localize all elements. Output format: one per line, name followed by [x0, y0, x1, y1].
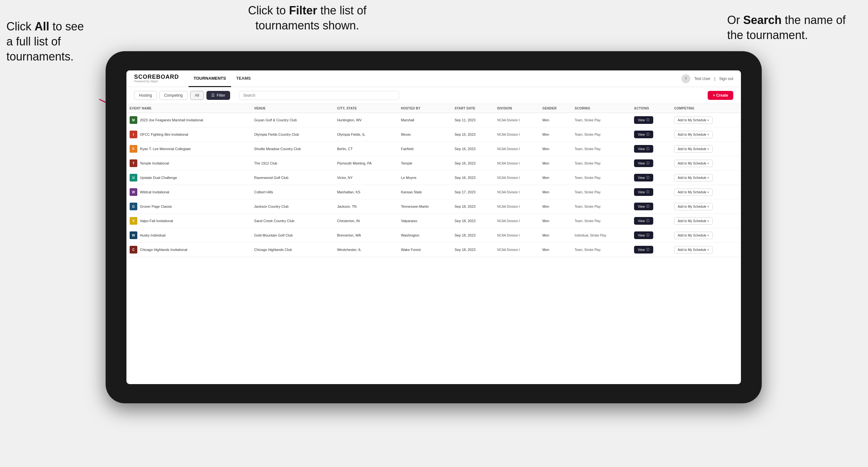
nav-tournaments[interactable]: TOURNAMENTS — [188, 70, 231, 87]
view-button[interactable]: View ⓘ — [634, 231, 654, 239]
cell-gender: Men — [539, 156, 571, 170]
cell-hosted-by: Le Moyne — [398, 170, 452, 185]
filter-button[interactable]: ☰ Filter — [207, 91, 230, 100]
cell-hosted-by: Tennessee-Martin — [398, 199, 452, 214]
col-event-name: EVENT NAME — [126, 104, 251, 113]
cell-gender: Men — [539, 127, 571, 142]
cell-scoring: Team, Stroke Play — [571, 127, 630, 142]
cell-city-state: Berlin, CT — [334, 142, 398, 156]
add-schedule-button[interactable]: Add to My Schedule + — [674, 145, 712, 153]
cell-actions: View ⓘ — [631, 214, 671, 228]
add-schedule-button[interactable]: Add to My Schedule + — [674, 246, 712, 253]
cell-event-name: V Valpo Fall Invitational — [126, 214, 251, 228]
logo-area: SCOREBOARD Powered by clippd — [134, 74, 179, 83]
cell-event-name: I OFCC Fighting Illini Invitational — [126, 127, 251, 142]
view-button[interactable]: View ⓘ — [634, 188, 654, 196]
top-nav: SCOREBOARD Powered by clippd TOURNAMENTS… — [126, 70, 741, 87]
cell-venue: Jackson Country Club — [251, 199, 334, 214]
view-label: View — [638, 176, 645, 180]
event-logo: I — [130, 131, 137, 138]
view-button[interactable]: View ⓘ — [634, 116, 654, 124]
tablet-frame: SCOREBOARD Powered by clippd TOURNAMENTS… — [105, 51, 762, 403]
annotation-top-left: Click All to see a full list of tourname… — [6, 19, 90, 64]
logo-sub: Powered by clippd — [134, 80, 179, 83]
event-name-text: Chicago Highlands Invitational — [140, 248, 187, 252]
table-row: F Ryan T. Lee Memorial Collegiate Shuttl… — [126, 142, 741, 156]
view-button[interactable]: View ⓘ — [634, 159, 654, 167]
cell-event-name: T Temple Invitational — [126, 156, 251, 170]
add-schedule-button[interactable]: Add to My Schedule + — [674, 232, 712, 239]
cell-hosted-by: Marshall — [398, 113, 452, 127]
info-icon: ⓘ — [646, 247, 649, 252]
view-label: View — [638, 147, 645, 151]
cell-city-state: Victor, NY — [334, 170, 398, 185]
sign-out-link[interactable]: Sign out — [719, 76, 733, 81]
info-icon: ⓘ — [646, 190, 649, 194]
col-city-state: CITY, STATE — [334, 104, 398, 113]
cell-hosted-by: Fairfield — [398, 142, 452, 156]
table-row: W Wildcat Invitational Colbert Hills Man… — [126, 185, 741, 199]
user-name: Test User — [694, 76, 711, 81]
event-logo: V — [130, 217, 137, 225]
cell-division: NCAA Division I — [494, 170, 539, 185]
info-icon: ⓘ — [646, 147, 649, 151]
info-icon: ⓘ — [646, 176, 649, 180]
view-label: View — [638, 205, 645, 208]
add-schedule-button[interactable]: Add to My Schedule + — [674, 174, 712, 182]
create-button[interactable]: + Create — [708, 91, 733, 100]
table-row: G Grover Page Classic Jackson Country Cl… — [126, 199, 741, 214]
cell-division: NCAA Division I — [494, 214, 539, 228]
cell-start-date: Sep 18, 2023 — [451, 243, 494, 257]
cell-city-state: Bremerton, WA — [334, 228, 398, 243]
cell-city-state: Olympia Fields, IL — [334, 127, 398, 142]
add-schedule-button[interactable]: Add to My Schedule + — [674, 203, 712, 210]
cell-start-date: Sep 15, 2023 — [451, 127, 494, 142]
cell-event-name: F Ryan T. Lee Memorial Collegiate — [126, 142, 251, 156]
annotation-top-center: Click to Filter the list of tournaments … — [224, 3, 391, 33]
col-hosted-by: HOSTED BY — [398, 104, 452, 113]
event-logo: T — [130, 159, 137, 167]
view-button[interactable]: View ⓘ — [634, 217, 654, 225]
search-input[interactable] — [239, 91, 399, 100]
cell-division: NCAA Division I — [494, 142, 539, 156]
view-button[interactable]: View ⓘ — [634, 131, 654, 138]
table-row: T Temple Invitational The 1912 Club Plym… — [126, 156, 741, 170]
cell-hosted-by: Illinois — [398, 127, 452, 142]
cell-competing: Add to My Schedule + — [671, 142, 741, 156]
cell-venue: Ravenwood Golf Club — [251, 170, 334, 185]
cell-actions: View ⓘ — [631, 199, 671, 214]
cell-scoring: Team, Stroke Play — [571, 156, 630, 170]
view-button[interactable]: View ⓘ — [634, 246, 654, 253]
filter-icon: ☰ — [211, 93, 215, 98]
view-button[interactable]: View ⓘ — [634, 203, 654, 210]
cell-scoring: Team, Stroke Play — [571, 185, 630, 199]
cell-hosted-by: Kansas State — [398, 185, 452, 199]
cell-hosted-by: Washington — [398, 228, 452, 243]
nav-teams[interactable]: TEAMS — [231, 70, 256, 87]
col-actions: ACTIONS — [631, 104, 671, 113]
cell-actions: View ⓘ — [631, 185, 671, 199]
event-name-text: Temple Invitational — [140, 161, 169, 165]
add-schedule-button[interactable]: Add to My Schedule + — [674, 189, 712, 196]
add-schedule-button[interactable]: Add to My Schedule + — [674, 131, 712, 138]
cell-division: NCAA Division I — [494, 243, 539, 257]
info-icon: ⓘ — [646, 118, 649, 122]
cell-event-name: C Chicago Highlands Invitational — [126, 243, 251, 257]
view-label: View — [638, 133, 645, 136]
add-schedule-button[interactable]: Add to My Schedule + — [674, 160, 712, 167]
tab-hosting[interactable]: Hosting — [134, 91, 157, 100]
info-icon: ⓘ — [646, 132, 649, 137]
cell-city-state: Plymouth Meeting, PA — [334, 156, 398, 170]
event-logo: M — [130, 116, 137, 124]
view-label: View — [638, 234, 645, 237]
add-schedule-button[interactable]: Add to My Schedule + — [674, 217, 712, 225]
view-button[interactable]: View ⓘ — [634, 145, 654, 153]
cell-division: NCAA Division I — [494, 156, 539, 170]
tab-competing[interactable]: Competing — [159, 91, 188, 100]
view-button[interactable]: View ⓘ — [634, 174, 654, 182]
add-schedule-button[interactable]: Add to My Schedule + — [674, 117, 712, 124]
event-logo: F — [130, 145, 137, 153]
cell-venue: Sand Creek Country Club — [251, 214, 334, 228]
cell-venue: Shuttle Meadow Country Club — [251, 142, 334, 156]
tab-all[interactable]: All — [190, 91, 204, 100]
